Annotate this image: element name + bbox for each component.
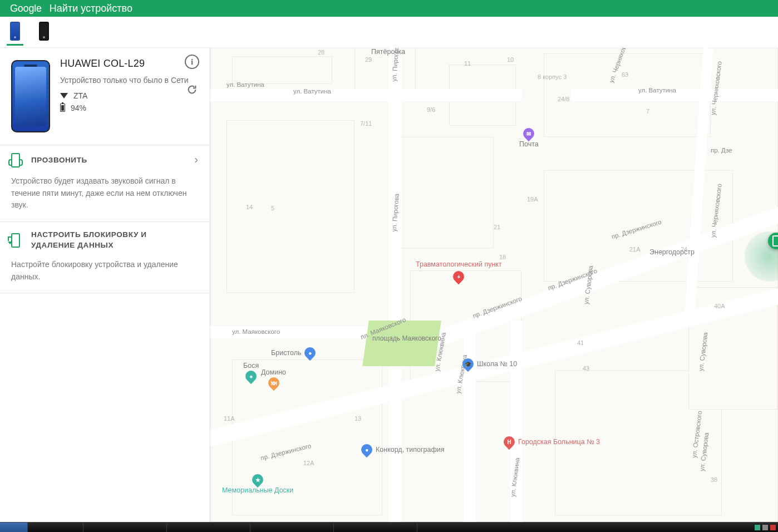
pin-icon: 🍽: [265, 375, 281, 391]
battery-icon: [60, 104, 65, 112]
poi-pochta[interactable]: ✉ Почта: [519, 128, 539, 148]
house-num: 7: [646, 108, 649, 115]
task-item[interactable]: [167, 523, 250, 532]
pin-icon: ●: [243, 368, 259, 384]
system-tray[interactable]: [752, 523, 778, 532]
action-secure-title: НАСТРОИТЬ БЛОКИРОВКУ И УДАЛЕНИЕ ДАННЫХ: [31, 230, 176, 251]
google-logo: Google: [10, 3, 42, 14]
phone-icon: [39, 22, 49, 41]
lock-icon: [11, 233, 20, 248]
poi-label: Травматологический пункт: [416, 260, 502, 269]
house-num: 5: [271, 205, 274, 211]
house-num: 28: [318, 49, 324, 56]
action-secure-desc: Настройте блокировку устройства и удален…: [11, 259, 198, 283]
house-num: 7/11: [360, 120, 372, 127]
wifi-name: ZTA: [73, 91, 87, 100]
start-button[interactable]: [0, 523, 28, 532]
action-ring-desc: Устройство будет издавать звуковой сигна…: [11, 175, 198, 211]
task-item[interactable]: [334, 523, 417, 532]
house-num: 21A: [629, 246, 641, 253]
poi-label: Конкорд, типография: [376, 446, 445, 454]
poi-domino[interactable]: Домино 🍽: [261, 368, 286, 388]
poi-label: Бристоль: [271, 349, 301, 357]
pin-icon: ✉: [521, 126, 536, 141]
battery-level: 94%: [71, 104, 86, 112]
device-image: [11, 60, 50, 132]
wifi-icon: [60, 93, 68, 98]
road-label: ул. Ватутина: [293, 88, 331, 95]
task-item[interactable]: [28, 523, 83, 532]
poi-memorial[interactable]: ★ Мемориальные Доски: [222, 474, 293, 494]
house-num: 12A: [303, 460, 314, 466]
device-card: HUAWEI COL-L29 Устройство только что был…: [0, 48, 209, 145]
device-status-text: Устройство только что было в Сети: [60, 75, 198, 86]
device-marker-icon: [768, 233, 778, 249]
app-header: Google Найти устройство: [0, 0, 778, 17]
pin-icon: ●: [302, 345, 318, 361]
road-label: пр. Дзе: [711, 147, 732, 154]
house-num: 40A: [714, 303, 725, 309]
battery-status: 94%: [60, 104, 198, 112]
action-ring-title: ПРОЗВОНИТЬ: [31, 155, 87, 166]
device-info: HUAWEI COL-L29 Устройство только что был…: [60, 58, 198, 132]
house-num: 19A: [527, 196, 538, 203]
task-item[interactable]: [250, 523, 334, 532]
pin-icon: +: [451, 269, 466, 284]
device-tab-2[interactable]: [36, 19, 52, 46]
poi-label: Бося: [243, 362, 259, 370]
poi-bosya[interactable]: Бося ●: [243, 362, 259, 382]
house-num: 8 корпус 3: [538, 73, 567, 80]
poi-school10[interactable]: 🎓 Школа № 10: [462, 358, 517, 370]
device-tab-1[interactable]: [7, 19, 23, 46]
page-title: Найти устройство: [50, 3, 132, 14]
road-label: ул. Ватутина: [226, 81, 264, 88]
house-num: 10: [507, 56, 514, 63]
pin-icon: ★: [250, 472, 265, 487]
house-num: 14: [246, 204, 253, 210]
house-num: 43: [583, 365, 589, 372]
house-num: 24: [681, 246, 687, 253]
wifi-status: ZTA: [60, 91, 198, 100]
poi-travmpunkt[interactable]: Травматологический пункт +: [416, 260, 502, 282]
device-name: HUAWEI COL-L29: [60, 58, 198, 70]
house-num: 21: [494, 224, 500, 230]
road-label: ул. Ватутина: [638, 87, 676, 93]
action-secure[interactable]: НАСТРОИТЬ БЛОКИРОВКУ И УДАЛЕНИЕ ДАННЫХ Н…: [0, 222, 209, 293]
action-ring[interactable]: ПРОЗВОНИТЬ › Устройство будет издавать з…: [0, 145, 209, 222]
poi-label: Школа № 10: [477, 360, 517, 368]
house-num: 11: [464, 60, 471, 67]
info-button[interactable]: i: [185, 55, 199, 69]
taskbar[interactable]: [0, 522, 778, 532]
pin-icon: ●: [359, 442, 375, 457]
pin-icon: 🎓: [460, 356, 476, 372]
house-num: 24/8: [558, 96, 569, 102]
poi-konkord[interactable]: ● Конкорд, типография: [361, 444, 445, 455]
road-label: ул. Маяковского: [232, 328, 280, 335]
house-num: 41: [577, 339, 584, 346]
poi-energo[interactable]: Энергодорстр: [649, 248, 695, 256]
poi-pyaterochka[interactable]: Пятёрочка: [371, 48, 405, 56]
house-num: 18: [499, 254, 506, 260]
poi-label: Домино: [261, 368, 286, 376]
phone-icon: [10, 22, 20, 41]
poi-label: Пятёрочка: [371, 48, 405, 56]
house-num: 9/6: [427, 106, 435, 113]
poi-label: Городская Больница № 3: [518, 438, 600, 446]
pin-icon: H: [501, 434, 517, 450]
task-item[interactable]: [83, 523, 167, 532]
ring-icon: [11, 153, 20, 168]
refresh-icon: [186, 83, 198, 96]
square-label: площадь Маяковского: [372, 334, 441, 343]
poi-label: Почта: [519, 140, 539, 148]
house-num: 63: [622, 71, 628, 78]
poi-hospital3[interactable]: H Городская Больница № 3: [504, 436, 600, 447]
poi-label: Мемориальные Доски: [222, 486, 293, 494]
refresh-button[interactable]: [185, 82, 199, 97]
house-num: 38: [711, 476, 717, 483]
sidebar: HUAWEI COL-L29 Устройство только что был…: [0, 48, 210, 522]
map[interactable]: ул. Ватутина ул. Ватутина ул. Ватутина у…: [210, 48, 778, 522]
poi-bristol[interactable]: Бристоль ●: [271, 347, 316, 358]
chevron-right-icon: ›: [194, 153, 198, 166]
poi-label: Энергодорстр: [649, 248, 695, 256]
house-num: 13: [354, 415, 361, 422]
